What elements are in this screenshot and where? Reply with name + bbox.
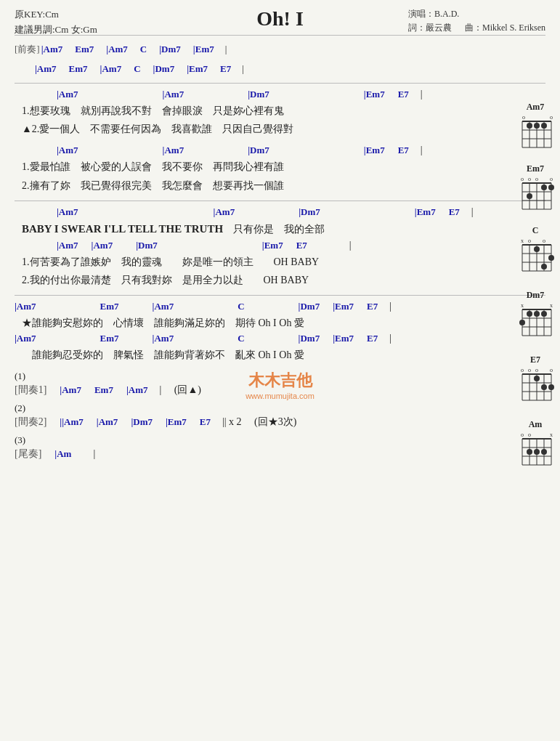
interlude1-block: (1) [間奏1] |Am7 Em7 |Am7 | (回▲) xyxy=(15,370,545,397)
svg-point-43 xyxy=(548,255,554,261)
intro-section: [前奏] |Am7 Em7 |Am7 C |Dm7 |Em7 | |Am7 Em… xyxy=(15,40,545,78)
credits: 詞：嚴云農 曲：Mikkel S. Eriksen xyxy=(408,21,545,35)
svg-point-73 xyxy=(534,376,540,381)
svg-point-56 xyxy=(527,311,532,317)
key-info: 原KEY:Cm xyxy=(15,7,97,23)
svg-text:o: o xyxy=(522,114,525,121)
chord-diagram-am7: Am7 o xyxy=(516,102,554,155)
interlude1-label: (1) xyxy=(15,370,545,382)
verse1-chords: |Am7 |Am7 |Dm7 |Em7 E7 | xyxy=(15,88,545,101)
outro-label: (3) xyxy=(15,434,545,446)
svg-text:o: o xyxy=(550,367,553,373)
svg-text:o: o xyxy=(535,367,538,373)
e7-svg: o o o o xyxy=(516,367,554,410)
svg-text:o: o xyxy=(521,176,524,182)
c-svg: x o o xyxy=(516,238,554,281)
svg-point-10 xyxy=(527,123,532,129)
divider2 xyxy=(15,83,545,84)
interlude2-content: [間奏2] ||Am7 |Am7 |Dm7 |Em7 E7 || x 2 (回★… xyxy=(15,416,545,429)
svg-point-90 xyxy=(541,449,547,455)
dm7-svg: x x xyxy=(516,302,554,346)
svg-point-23 xyxy=(541,185,547,190)
svg-point-24 xyxy=(548,185,554,190)
svg-point-11 xyxy=(534,123,540,129)
chorus-english: BABY I SWEAR I'LL TELL THE TRUTH 只有你是 我的… xyxy=(15,219,545,239)
chorus-lyric2: 2.我的付出你最清楚 只有我對妳 是用全力以赴 OH BABY xyxy=(15,271,545,289)
am7-svg: o o xyxy=(516,114,554,155)
svg-point-89 xyxy=(534,449,540,455)
svg-text:x: x xyxy=(521,238,524,244)
interlude2-block: (2) [間奏2] ||Am7 |Am7 |Dm7 |Em7 E7 || x 2… xyxy=(15,402,545,429)
song-title: Oh! I xyxy=(256,7,304,31)
bridge-lyric2: 誰能夠忍受妳的 脾氣怪 誰能夠背著妳不 亂來 Oh I Oh 愛 xyxy=(15,346,545,364)
chord-diagram-em7: Em7 o o o o xyxy=(516,163,554,216)
bridge-chords1: |Am7 Em7 |Am7 C |Dm7 |Em7 E7 | xyxy=(15,300,545,313)
chorus-block: |Am7 |Am7 |Dm7 |Em7 E7 | BABY I SWEAR I'… xyxy=(15,206,545,289)
divider4 xyxy=(15,295,545,296)
lyricist: 詞：嚴云農 xyxy=(408,23,452,33)
bridge-lyric1: ★誰能夠安慰妳的 心情壞 誰能夠滿足妳的 期待 Oh I Oh 愛 xyxy=(15,314,545,332)
svg-point-57 xyxy=(534,311,540,317)
svg-text:x: x xyxy=(550,432,553,438)
chord-diagram-e7: E7 o o o o xyxy=(516,355,554,410)
svg-point-58 xyxy=(541,311,547,317)
chord-diagram-am: Am o o x xyxy=(516,419,554,475)
verse2-chords: |Am7 |Am7 |Dm7 |Em7 E7 | xyxy=(15,144,545,157)
em7-svg: o o o o xyxy=(516,176,554,216)
svg-text:o: o xyxy=(535,176,538,182)
outro-content: [尾奏] |Am | xyxy=(15,448,545,461)
chorus-chords2: |Am7 |Am7 |Dm7 |Em7 E7 | xyxy=(15,239,545,252)
svg-text:o: o xyxy=(521,367,524,373)
svg-point-59 xyxy=(519,320,525,325)
verse2-lyric2: 2.擁有了妳 我已覺得很完美 我怎麼會 想要再找一個誰 xyxy=(15,177,545,195)
chord-diagram-c: C x o o xyxy=(516,225,554,281)
intro-label: [前奏] xyxy=(15,40,40,59)
interlude2-label: (2) xyxy=(15,402,545,414)
svg-text:o: o xyxy=(521,432,524,438)
suggestion: 建議男調:Cm 女:Gm xyxy=(15,23,97,38)
svg-text:o: o xyxy=(550,176,553,182)
header-left: 原KEY:Cm 建議男調:Cm 女:Gm xyxy=(15,7,97,38)
svg-text:o: o xyxy=(543,238,545,244)
svg-point-74 xyxy=(541,384,547,390)
svg-text:x: x xyxy=(521,302,524,309)
svg-text:o: o xyxy=(528,432,531,438)
chord-diagrams: Am7 o xyxy=(516,102,554,475)
svg-text:o: o xyxy=(528,176,531,182)
svg-point-42 xyxy=(534,246,540,252)
chord-diagram-dm7: Dm7 x x xyxy=(516,290,554,346)
interlude1-content: [間奏1] |Am7 Em7 |Am7 | (回▲) xyxy=(15,384,545,397)
am-svg: o o x xyxy=(516,432,554,475)
intro-line2: |Am7 Em7 |Am7 C |Dm7 |Em7 E7 | xyxy=(15,60,545,78)
svg-point-75 xyxy=(548,384,554,390)
outro-block: (3) [尾奏] |Am | xyxy=(15,434,545,461)
svg-point-88 xyxy=(527,449,532,455)
header: 原KEY:Cm 建議男調:Cm 女:Gm Oh! I 演唱：B.A.D. 詞：嚴… xyxy=(15,7,545,31)
svg-point-25 xyxy=(527,193,532,199)
svg-text:o: o xyxy=(550,114,553,121)
verse2-block: |Am7 |Am7 |Dm7 |Em7 E7 | 1.愛最怕誰 被心愛的人誤會 … xyxy=(15,144,545,194)
page: 原KEY:Cm 建議男調:Cm 女:Gm Oh! I 演唱：B.A.D. 詞：嚴… xyxy=(0,0,560,741)
verse1-lyric2: ▲2.愛一個人 不需要任何因為 我喜歡誰 只因自己覺得對 xyxy=(15,120,545,138)
verse1-lyric1: 1.想要玫瑰 就別再說我不對 會掉眼淚 只是妳心裡有鬼 xyxy=(15,102,545,120)
svg-point-12 xyxy=(541,123,547,129)
verse1-block: |Am7 |Am7 |Dm7 |Em7 E7 | 1.想要玫瑰 就別再說我不對 … xyxy=(15,88,545,138)
svg-point-44 xyxy=(541,264,547,270)
chorus-lyric1: 1.何苦要為了誰嫉妒 我的靈魂 妳是唯一的領主 OH BABY xyxy=(15,253,545,271)
svg-text:x: x xyxy=(550,302,553,309)
intro-line1: [前奏] |Am7 Em7 |Am7 C |Dm7 |Em7 | xyxy=(15,40,545,59)
divider3 xyxy=(15,201,545,201)
composer: 曲：Mikkel S. Eriksen xyxy=(465,23,545,33)
verse2-lyric1: 1.愛最怕誰 被心愛的人誤會 我不要你 再問我心裡有誰 xyxy=(15,158,545,176)
bridge-block: |Am7 Em7 |Am7 C |Dm7 |Em7 E7 | ★誰能夠安慰妳的 … xyxy=(15,300,545,364)
svg-text:o: o xyxy=(528,238,531,244)
chorus-chords1: |Am7 |Am7 |Dm7 |Em7 E7 | xyxy=(15,206,545,219)
header-right: 演唱：B.A.D. 詞：嚴云農 曲：Mikkel S. Eriksen xyxy=(408,7,545,35)
bridge-chords2: |Am7 Em7 |Am7 C |Dm7 |Em7 E7 | xyxy=(15,332,545,345)
svg-text:o: o xyxy=(528,367,531,373)
performer: 演唱：B.A.D. xyxy=(408,7,545,21)
